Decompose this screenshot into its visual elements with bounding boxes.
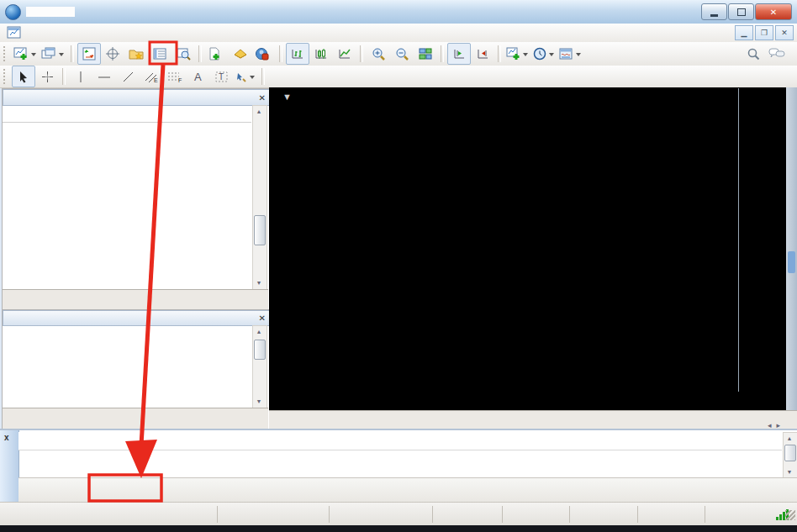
market-watch-button[interactable] — [77, 43, 101, 65]
vertical-line-button[interactable] — [69, 66, 92, 87]
cursor-icon — [18, 71, 29, 83]
navigator-panel: ✕ ▲▼ — [2, 309, 271, 430]
fibonacci-button[interactable]: F — [163, 66, 187, 87]
restore-button[interactable] — [728, 3, 754, 20]
chart-ohlc-header: ▼ — [282, 92, 292, 102]
search-button[interactable] — [742, 43, 765, 65]
equidistant-channel-icon: E — [145, 71, 159, 83]
text-icon: A — [193, 71, 204, 83]
terminal-tabs — [18, 477, 797, 504]
terminal-icon — [153, 47, 166, 61]
tile-windows-button[interactable] — [414, 43, 437, 65]
time-axis[interactable] — [274, 392, 786, 409]
strategy-tester-button[interactable] — [172, 43, 195, 65]
chat-button[interactable] — [765, 43, 789, 65]
terminal-panel: x ▲▼ — [0, 429, 797, 503]
fibonacci-icon: F — [167, 71, 182, 83]
chart-shift-button[interactable] — [447, 43, 471, 65]
svg-text:F: F — [178, 77, 182, 83]
chart-profiles-button[interactable] — [40, 43, 67, 65]
indicators-icon — [506, 47, 520, 61]
standard-toolbar — [0, 42, 797, 66]
navigator-close-icon[interactable]: ✕ — [259, 313, 266, 323]
redacted-account-name — [26, 7, 75, 17]
trendline-button[interactable] — [116, 66, 140, 87]
minimize-button[interactable] — [701, 3, 727, 20]
candlestick-mode-icon — [314, 47, 328, 61]
chart-minimize-button[interactable]: ▁ — [735, 25, 753, 40]
toolbar-grip[interactable] — [3, 46, 8, 61]
auto-scroll-button[interactable] — [471, 43, 494, 65]
chart-restore-button[interactable]: ❐ — [755, 25, 773, 40]
horizontal-line-button[interactable] — [92, 66, 116, 87]
terminal-close-icon[interactable]: x — [4, 433, 9, 442]
navigator-button[interactable] — [124, 43, 148, 65]
resize-grip[interactable] — [785, 510, 795, 520]
price-axis[interactable] — [739, 88, 786, 392]
navigator-header[interactable]: ✕ — [3, 310, 270, 326]
text-label-icon: T — [215, 71, 229, 83]
templates-button[interactable] — [557, 43, 584, 65]
metaeditor-button[interactable] — [229, 43, 252, 65]
arrows-button[interactable] — [234, 66, 258, 87]
cursor-button[interactable] — [12, 66, 35, 87]
terminal-rows — [0, 450, 797, 477]
chart-plot[interactable]: ▼ — [274, 88, 739, 392]
line-chart-mode-icon — [338, 47, 351, 61]
toolbar-grip[interactable] — [3, 69, 8, 84]
search-icon — [747, 47, 760, 61]
svg-text:A: A — [194, 71, 202, 83]
market-watch-scrollbar[interactable]: ▲▼ — [252, 105, 267, 290]
terminal-button[interactable] — [148, 43, 172, 65]
chart-window: ▼ ◂▸ — [269, 87, 797, 429]
status-profile[interactable] — [218, 506, 330, 523]
zoom-out-icon — [395, 47, 409, 61]
trendline-icon — [122, 71, 135, 83]
bar-chart-mode-icon — [291, 47, 304, 61]
market-watch-close-icon[interactable]: ✕ — [259, 93, 266, 103]
market-watch-column-header[interactable] — [3, 105, 251, 123]
status-cell — [570, 506, 638, 523]
auto-scroll-icon — [476, 47, 489, 61]
new-chart-button[interactable] — [12, 43, 40, 65]
channel-button[interactable]: E — [140, 66, 163, 87]
data-window-button[interactable] — [101, 43, 124, 65]
new-order-icon — [208, 47, 221, 61]
periods-clock-icon — [533, 47, 546, 61]
bar-chart-mode-button[interactable] — [286, 43, 309, 65]
new-order-button[interactable] — [205, 43, 229, 65]
periods-button[interactable] — [531, 43, 557, 65]
zoom-in-button[interactable] — [367, 43, 390, 65]
status-cell — [503, 506, 570, 523]
child-window-icon — [7, 26, 22, 40]
market-watch-rows — [3, 122, 251, 288]
strategy-tester-icon — [177, 47, 191, 61]
zoom-out-button[interactable] — [390, 43, 414, 65]
line-studies-toolbar: E F A T — [0, 66, 797, 88]
status-cell — [638, 506, 705, 523]
terminal-column-headers[interactable] — [18, 432, 782, 450]
autotrading-button[interactable] — [252, 43, 276, 65]
terminal-scrollbar[interactable]: ▲▼ — [783, 432, 797, 479]
tile-windows-icon — [419, 47, 432, 61]
text-button[interactable]: A — [187, 66, 210, 87]
chart-profiles-icon — [41, 47, 56, 61]
window-bottom-edge — [0, 525, 797, 532]
status-bar — [0, 502, 797, 526]
navigator-scrollbar[interactable]: ▲▼ — [252, 325, 267, 408]
status-cell — [330, 506, 433, 523]
arrow-objects-icon — [235, 71, 247, 83]
text-label-button[interactable]: T — [210, 66, 234, 87]
chart-scrollbar[interactable] — [786, 87, 797, 410]
chart-close-button[interactable]: ✕ — [775, 25, 794, 40]
line-chart-mode-button[interactable] — [333, 43, 356, 65]
candlestick-mode-button[interactable] — [309, 43, 333, 65]
market-watch-header[interactable]: ✕ — [3, 89, 270, 106]
crosshair-icon — [41, 71, 54, 83]
close-button[interactable]: ✕ — [755, 3, 792, 20]
candlestick-chart — [274, 88, 738, 392]
indicators-button[interactable] — [504, 43, 531, 65]
svg-text:T: T — [219, 72, 224, 82]
zoom-in-icon — [372, 47, 385, 61]
crosshair-button[interactable] — [35, 66, 59, 87]
